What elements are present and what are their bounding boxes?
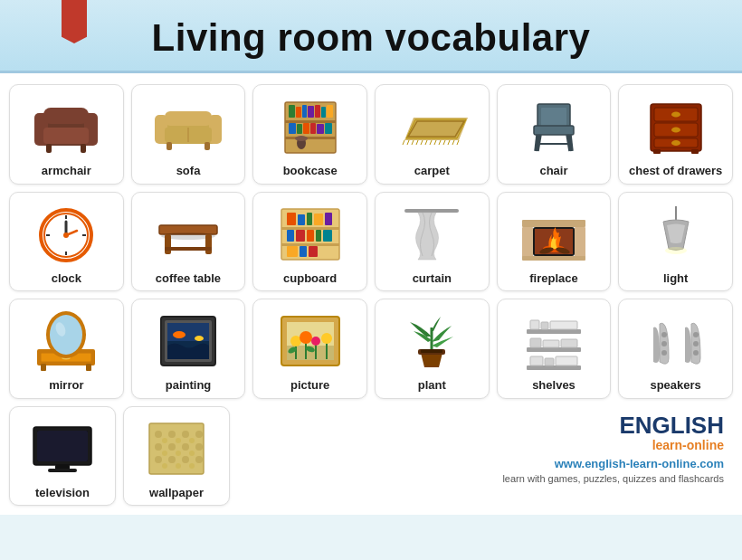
vocab-item-sofa: sofa [131,84,246,185]
svg-line-43 [434,140,436,145]
bookcase-label: bookcase [283,164,338,178]
svg-line-46 [448,140,450,145]
svg-rect-94 [300,246,307,257]
svg-line-48 [457,140,459,145]
svg-rect-142 [527,347,581,352]
svg-rect-85 [307,213,312,225]
svg-rect-98 [522,227,533,259]
svg-rect-79 [165,247,212,251]
bottom-vocab-items: television [9,406,230,507]
vocab-item-plant: plant [375,299,490,399]
svg-rect-6 [81,144,86,153]
svg-point-172 [182,456,189,463]
speakers-label: speakers [650,378,700,393]
fireplace-icon [513,200,595,268]
vocab-item-coffee-table: coffee table [131,192,246,292]
svg-point-175 [176,438,181,443]
svg-rect-90 [307,230,314,242]
svg-point-121 [195,336,204,341]
clock-icon [25,200,107,268]
svg-point-167 [168,443,176,451]
svg-rect-21 [308,106,314,118]
svg-point-155 [693,350,699,356]
sofa-label: sofa [176,164,201,178]
svg-rect-23 [321,107,326,118]
vocab-item-wallpaper: wallpaper [123,406,230,507]
painting-icon [147,307,229,375]
svg-rect-27 [303,123,309,134]
brand-learn-online: learn-online [652,438,724,452]
svg-line-36 [403,140,404,145]
svg-point-179 [189,451,195,456]
svg-point-120 [173,331,186,338]
cupboard-icon [270,200,351,268]
vocab-item-picture: picture [252,299,367,399]
svg-rect-3 [43,108,89,124]
svg-line-38 [412,140,414,145]
brand-url[interactable]: www.english-learn-online.com [555,457,724,470]
svg-rect-81 [281,227,339,230]
vocab-item-armchair: armchair [9,84,124,185]
svg-rect-145 [561,339,577,347]
armchair-label: armchair [42,164,91,178]
svg-rect-112 [86,364,91,371]
svg-rect-50 [541,108,566,126]
svg-point-130 [300,331,312,344]
svg-rect-136 [421,349,442,353]
painting-label: painting [166,378,212,393]
main-content: armchair sofa [0,73,742,515]
branding-section: ENGLISH learn-online www.english-learn-o… [237,406,733,491]
svg-rect-92 [323,230,332,242]
svg-rect-5 [46,144,52,153]
svg-rect-84 [298,214,305,225]
plant-icon [391,307,472,375]
svg-line-41 [425,140,427,145]
speakers-icon [635,307,717,375]
svg-point-181 [176,463,181,469]
svg-point-59 [671,111,680,117]
picture-icon [270,307,351,375]
svg-rect-77 [165,234,171,254]
carpet-icon [391,92,472,160]
svg-rect-30 [325,123,332,134]
vocab-item-chair: chair [497,84,612,185]
svg-rect-83 [287,213,296,225]
svg-point-165 [195,431,203,438]
svg-rect-51 [534,126,574,135]
vocab-item-television: television [9,406,116,507]
svg-point-169 [195,443,203,451]
vocab-item-bookcase: bookcase [252,84,367,185]
svg-point-131 [311,337,320,346]
svg-point-171 [168,456,176,463]
mirror-icon [25,307,107,375]
svg-rect-96 [404,209,459,213]
vocab-item-speakers: speakers [618,299,733,399]
svg-rect-139 [530,320,539,329]
chest-of-drawers-label: chest of drawers [629,164,722,178]
svg-rect-18 [289,105,295,118]
chair-icon [513,92,595,160]
svg-point-114 [50,315,82,355]
svg-rect-95 [309,246,318,257]
svg-line-37 [407,140,409,145]
svg-rect-82 [281,243,339,246]
vocab-item-shelves: shelves [497,299,612,399]
svg-rect-143 [530,338,541,347]
bottom-row: television [9,406,733,507]
carpet-label: carpet [414,164,450,178]
svg-line-44 [439,140,441,145]
mirror-label: mirror [49,378,83,393]
svg-point-170 [155,456,162,463]
svg-rect-10 [165,111,212,126]
svg-rect-86 [314,214,323,225]
svg-point-152 [661,350,667,356]
vocab-item-cupboard: cupboard [252,192,367,292]
svg-point-151 [661,341,667,346]
shelves-icon [513,307,595,375]
vocab-item-mirror: mirror [9,299,124,399]
svg-point-150 [661,332,667,337]
sofa-icon [147,92,229,160]
vocab-item-clock: clock [9,192,124,292]
svg-rect-111 [41,364,46,371]
vocab-item-chest-of-drawers: chest of drawers [618,84,733,185]
